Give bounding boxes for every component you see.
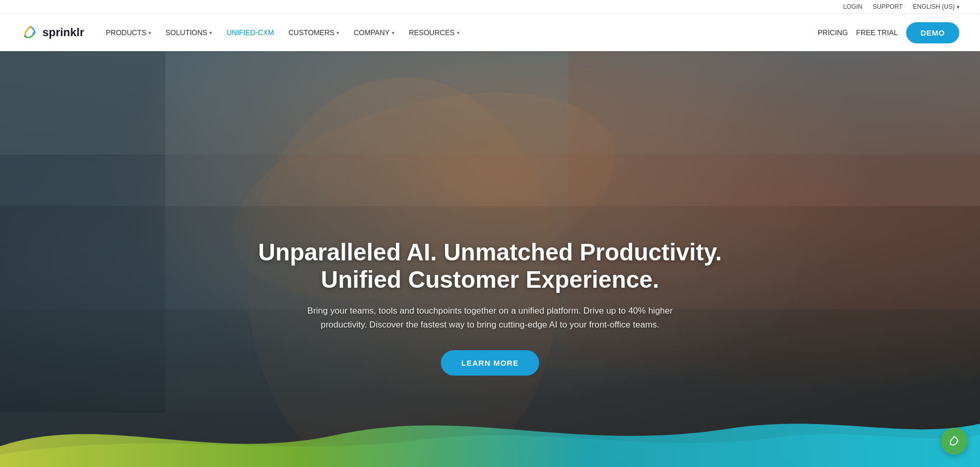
pricing-link[interactable]: PRICING <box>818 28 848 37</box>
language-selector[interactable]: ENGLISH (US) ▾ <box>913 3 959 10</box>
svg-point-12 <box>954 436 955 438</box>
nav-resources[interactable]: RESOURCES ▾ <box>403 24 466 41</box>
nav-unified-cxm[interactable]: UNIFIED-CXM <box>220 24 280 41</box>
nav-solutions[interactable]: SOLUTIONS ▾ <box>159 24 218 41</box>
company-chevron: ▾ <box>392 30 394 36</box>
hero-headline: Unparalleled AI. Unmatched Productivity.… <box>257 239 723 293</box>
language-label: ENGLISH (US) <box>913 3 955 10</box>
svg-point-1 <box>24 35 27 38</box>
svg-point-13 <box>950 443 952 445</box>
hero-content: Unparalleled AI. Unmatched Productivity.… <box>257 239 723 376</box>
solutions-chevron: ▾ <box>209 30 212 36</box>
support-link[interactable]: SUPPORT <box>873 3 903 10</box>
svg-point-2 <box>33 33 35 35</box>
nav-right: PRICING FREE TRIAL DEMO <box>818 22 959 43</box>
learn-more-button[interactable]: LEARN MORE <box>441 350 540 376</box>
floating-badge[interactable] <box>941 428 968 455</box>
top-bar: LOGIN SUPPORT ENGLISH (US) ▾ <box>0 0 980 14</box>
svg-point-0 <box>29 26 32 28</box>
login-link[interactable]: LOGIN <box>843 3 862 10</box>
hero-subtext: Bring your teams, tools and touchpoints … <box>283 304 697 332</box>
hero-wave <box>0 401 980 467</box>
free-trial-button[interactable]: FREE TRIAL <box>856 28 898 37</box>
nav-customers[interactable]: CUSTOMERS ▾ <box>282 24 345 41</box>
nav-products[interactable]: PRODUCTS ▾ <box>100 24 158 41</box>
sprinklr-logo-icon <box>21 23 39 42</box>
nav-links: PRODUCTS ▾ SOLUTIONS ▾ UNIFIED-CXM CUSTO… <box>100 24 818 41</box>
hero-section: Unparalleled AI. Unmatched Productivity.… <box>0 51 980 467</box>
logo[interactable]: sprinklr <box>21 23 84 42</box>
customers-chevron: ▾ <box>336 30 339 36</box>
nav-company[interactable]: COMPANY ▾ <box>347 24 401 41</box>
resources-chevron: ▾ <box>457 30 460 36</box>
products-chevron: ▾ <box>148 30 151 36</box>
demo-button[interactable]: DEMO <box>906 22 959 43</box>
language-chevron: ▾ <box>957 4 959 10</box>
logo-text: sprinklr <box>42 26 84 39</box>
sprinklr-float-icon <box>947 434 961 448</box>
navbar: sprinklr PRODUCTS ▾ SOLUTIONS ▾ UNIFIED-… <box>0 14 980 51</box>
svg-point-14 <box>956 441 958 443</box>
